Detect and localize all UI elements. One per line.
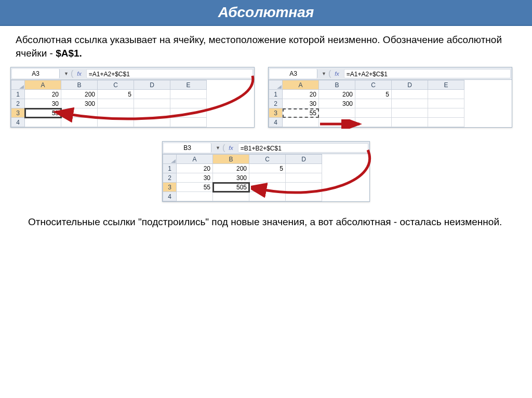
col-header-C[interactable]: C <box>355 80 392 90</box>
cell[interactable] <box>98 118 134 127</box>
cell[interactable] <box>355 99 392 108</box>
cell[interactable] <box>286 164 322 173</box>
cell[interactable] <box>134 99 170 108</box>
cell[interactable]: 30 <box>283 99 319 108</box>
cell[interactable] <box>319 108 355 118</box>
row-header-3[interactable]: 3 <box>11 108 25 118</box>
col-header-C[interactable]: C <box>98 80 134 90</box>
col-header-D[interactable]: D <box>392 80 428 90</box>
cell[interactable]: 200 <box>319 90 355 99</box>
cell[interactable] <box>392 108 428 118</box>
cell[interactable] <box>355 108 392 118</box>
formula-input[interactable]: =A1+A2+$C$1 <box>344 69 511 78</box>
cell[interactable] <box>61 108 98 118</box>
cell[interactable] <box>249 192 286 201</box>
cell-dashed[interactable]: 55 <box>283 108 319 118</box>
row-header-2[interactable]: 2 <box>11 99 25 108</box>
cell[interactable]: 300 <box>319 99 355 108</box>
row-header-1[interactable]: 1 <box>269 90 283 99</box>
cell[interactable]: 20 <box>177 164 213 173</box>
select-all-corner[interactable] <box>269 80 283 90</box>
col-header-E[interactable]: E <box>170 80 207 90</box>
col-header-A[interactable]: A <box>283 80 319 90</box>
cell[interactable] <box>428 118 464 127</box>
cell[interactable]: 20 <box>283 90 319 99</box>
row-header-3[interactable]: 3 <box>163 183 177 192</box>
fx-icon[interactable]: fx <box>333 71 341 77</box>
cell[interactable]: 5 <box>249 164 286 173</box>
dropdown-icon[interactable]: ▼ <box>216 145 220 150</box>
cell[interactable] <box>319 118 355 127</box>
cell[interactable] <box>392 99 428 108</box>
cell-selected[interactable]: 55 <box>25 108 61 118</box>
cell[interactable]: 5 <box>355 90 392 99</box>
cell[interactable] <box>98 99 134 108</box>
row-header-2[interactable]: 2 <box>269 99 283 108</box>
cell[interactable]: 20 <box>25 90 61 99</box>
grid[interactable]: A B C D E 1202005 230300 355 4 <box>11 80 207 127</box>
col-header-B[interactable]: B <box>213 155 249 164</box>
row-header-3[interactable]: 3 <box>269 108 283 118</box>
cell[interactable] <box>428 108 464 118</box>
cell[interactable] <box>61 118 98 127</box>
cell[interactable]: 30 <box>25 99 61 108</box>
col-header-E[interactable]: E <box>428 80 464 90</box>
formula-input[interactable]: =A1+A2+$C$1 <box>86 69 253 78</box>
cell[interactable] <box>392 118 428 127</box>
cell[interactable] <box>392 90 428 99</box>
select-all-corner[interactable] <box>163 155 177 164</box>
cell[interactable]: 200 <box>61 90 98 99</box>
cell[interactable] <box>249 183 286 192</box>
cell[interactable] <box>170 118 207 127</box>
cell[interactable] <box>286 192 322 201</box>
cell[interactable] <box>170 108 207 118</box>
col-header-B[interactable]: B <box>61 80 98 90</box>
col-header-D[interactable]: D <box>134 80 170 90</box>
cell[interactable] <box>170 99 207 108</box>
name-box[interactable]: A3 <box>12 69 60 78</box>
cell-selected[interactable]: 505 <box>213 183 249 192</box>
cell[interactable] <box>177 192 213 201</box>
cell[interactable]: 55 <box>177 183 213 192</box>
cell[interactable] <box>170 90 207 99</box>
cell[interactable] <box>286 173 322 183</box>
cell[interactable] <box>98 108 134 118</box>
fx-icon[interactable]: fx <box>75 71 83 77</box>
fx-icon[interactable]: fx <box>227 145 235 151</box>
select-all-corner[interactable] <box>11 80 25 90</box>
name-box[interactable]: B3 <box>164 143 211 153</box>
col-header-D[interactable]: D <box>286 155 322 164</box>
cell[interactable] <box>134 90 170 99</box>
dropdown-icon[interactable]: ▼ <box>64 71 69 76</box>
col-header-A[interactable]: A <box>25 80 61 90</box>
grid[interactable]: A B C D E 1202005 230300 355 4 <box>269 80 464 127</box>
cell[interactable] <box>286 183 322 192</box>
cell[interactable] <box>355 118 392 127</box>
grid[interactable]: A B C D 1202005 230300 355505 4 <box>163 154 322 201</box>
row-header-4[interactable]: 4 <box>269 118 283 127</box>
row-header-4[interactable]: 4 <box>163 192 177 201</box>
cell[interactable] <box>134 108 170 118</box>
row-header-1[interactable]: 1 <box>163 164 177 173</box>
cell[interactable] <box>249 173 286 183</box>
cell[interactable] <box>428 99 464 108</box>
col-header-C[interactable]: C <box>249 155 286 164</box>
cell[interactable]: 300 <box>213 173 249 183</box>
formula-input[interactable]: =B1+B2+$C$1 <box>238 143 368 153</box>
cell[interactable] <box>134 118 170 127</box>
cell[interactable]: 200 <box>213 164 249 173</box>
col-header-B[interactable]: B <box>319 80 355 90</box>
cell[interactable]: 30 <box>177 173 213 183</box>
cell[interactable] <box>213 192 249 201</box>
cell[interactable]: 5 <box>98 90 134 99</box>
col-header-A[interactable]: A <box>177 155 213 164</box>
dropdown-icon[interactable]: ▼ <box>322 71 326 76</box>
row-header-2[interactable]: 2 <box>163 173 177 183</box>
row-header-1[interactable]: 1 <box>11 90 25 99</box>
cell[interactable] <box>283 118 319 127</box>
cell[interactable] <box>428 90 464 99</box>
row-header-4[interactable]: 4 <box>11 118 25 127</box>
cell[interactable] <box>25 118 61 127</box>
cell[interactable]: 300 <box>61 99 98 108</box>
name-box[interactable]: A3 <box>270 69 317 78</box>
